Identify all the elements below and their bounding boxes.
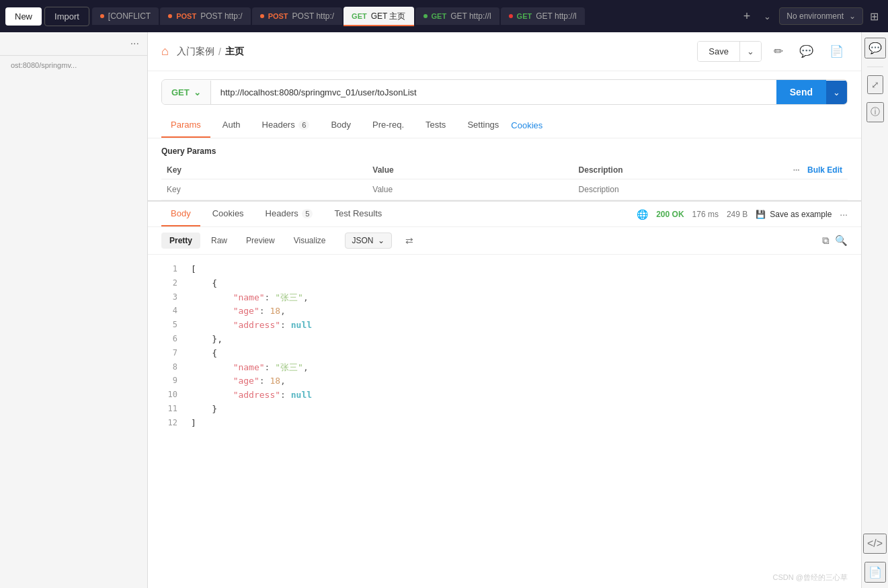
line-content-12: ] [191,417,848,431]
code-line-5: 5 "address": null [161,319,848,333]
code-line-2: 2 { [161,277,848,291]
res-tab-test-results[interactable]: Test Results [325,202,391,226]
main-layout: ··· ost:8080/springmv... ⌂ 入门案例 / 主页 Sav… [0,32,888,588]
breadcrumb-icon: ⌂ [161,44,169,58]
breadcrumb: 入门案例 / 主页 [177,46,244,58]
document-icon[interactable]: 📄 [825,40,848,62]
line-num-11: 11 [161,403,177,417]
tab-headers[interactable]: Headers 6 [253,113,319,138]
comment-icon[interactable]: 💬 [864,38,886,58]
document-icon[interactable]: 📄 [864,562,886,583]
tab-method: POST [268,12,288,20]
breadcrumb-parent: 入门案例 [177,46,214,58]
res-tab-body[interactable]: Body [161,202,200,226]
tab-label: POST http:/ [200,11,242,21]
code-line-6: 6 }, [161,333,848,347]
search-button[interactable]: 🔍 [835,235,848,247]
code-line-10: 10 "address": null [161,388,848,403]
line-num-8: 8 [161,361,177,375]
method-chevron-icon: ⌄ [194,87,201,97]
response-more-button[interactable]: ··· [840,209,848,220]
fmt-tab-raw[interactable]: Raw [203,233,235,249]
param-desc-input[interactable] [579,185,760,194]
response-time: 176 ms [692,210,719,219]
fmt-tab-pretty[interactable]: Pretty [161,233,200,249]
response-meta: 🌐 200 OK 176 ms 249 B 💾 Save as example … [637,209,848,220]
tab-dot [100,14,104,18]
res-tab-headers[interactable]: Headers 5 [256,202,323,226]
tab-method: GET [352,12,367,20]
comment-icon[interactable]: 💬 [795,40,817,62]
json-type-selector[interactable]: JSON ⌄ [345,233,392,249]
param-row-empty [161,179,848,200]
format-bar: Pretty Raw Preview Visualize JSON ⌄ ⇄ ⧉ … [148,227,861,255]
col-bulk-actions: ··· Bulk Edit [765,161,848,179]
save-dropdown-button[interactable]: ⌄ [739,42,761,61]
tab-tests[interactable]: Tests [416,113,455,138]
code-line-12: 12 ] [161,417,848,431]
line-content-1: [ [191,263,848,277]
send-dropdown-button[interactable]: ⌄ [826,81,847,104]
wrap-toggle-button[interactable]: ⇄ [400,233,419,249]
response-tabs-row: Body Cookies Headers 5 Test Results 🌐 20… [148,202,861,227]
line-content-3: "name": "张三", [191,291,848,305]
fmt-tab-visualize[interactable]: Visualize [286,233,334,249]
tab-body[interactable]: Body [321,113,360,138]
cookies-link[interactable]: Cookies [511,120,848,130]
line-num-5: 5 [161,319,177,333]
tab-post1[interactable]: POSTPOST http:/ [160,7,250,25]
res-tab-cookies[interactable]: Cookies [203,202,253,226]
save-button[interactable]: Save [698,42,739,61]
environment-selector[interactable]: No environment ⌄ [779,7,863,25]
tab-get-l2[interactable]: GETGET http://l [501,7,585,25]
param-key-input[interactable] [167,185,362,194]
tab-conflict[interactable]: [CONFLICT [92,7,159,25]
tab-settings[interactable]: Settings [458,113,508,138]
method-selector[interactable]: GET ⌄ [162,81,211,104]
bulk-edit-button[interactable]: Bulk Edit [807,165,842,175]
tab-get-l1[interactable]: GETGET http://l [415,7,499,25]
env-chevron-icon: ⌄ [849,11,856,21]
request-tabs-row: Params Auth Headers 6 Body Pre-req. Test… [148,113,861,138]
globe-icon: 🌐 [637,209,648,220]
line-num-4: 4 [161,304,177,319]
info-icon[interactable]: ⓘ [866,102,884,122]
tab-params[interactable]: Params [161,113,210,138]
import-button[interactable]: Import [44,7,89,26]
fmt-tab-preview[interactable]: Preview [238,233,283,249]
grid-icon[interactable]: ⊞ [866,6,883,27]
breadcrumb-separator: / [218,46,221,57]
param-value-input[interactable] [372,185,567,194]
sidebar-more-button[interactable]: ··· [0,32,147,55]
url-input[interactable] [211,81,776,104]
tab-label: GET http://l [450,11,491,21]
status-badge: 200 OK [656,210,684,219]
tab-method: POST [176,12,196,20]
tab-post2[interactable]: POSTPOST http:/ [252,7,342,25]
content-area: ⌂ 入门案例 / 主页 Save ⌄ ✏ 💬 📄 GET ⌄ Send [148,32,861,588]
json-chevron-icon: ⌄ [378,236,385,245]
resize-icon[interactable]: ⤢ [867,75,883,94]
tab-dot [509,14,513,18]
tab-overflow-button[interactable]: ⌄ [758,9,776,24]
new-button[interactable]: New [5,7,42,26]
col-description: Description [573,161,766,179]
send-button[interactable]: Send [776,80,826,104]
edit-icon[interactable]: ✏ [770,40,787,62]
code-line-1: 1 [ [161,263,848,277]
save-example-button[interactable]: 💾 Save as example [756,210,832,219]
add-tab-button[interactable]: + [738,9,756,24]
line-num-2: 2 [161,277,177,291]
tab-auth[interactable]: Auth [213,113,250,138]
code-line-7: 7 { [161,347,848,361]
copy-button[interactable]: ⧉ [822,235,830,247]
tab-label: [CONFLICT [108,11,151,21]
url-bar: GET ⌄ Send ⌄ [161,79,848,105]
code-line-11: 11 } [161,403,848,417]
line-num-1: 1 [161,263,177,277]
line-num-7: 7 [161,347,177,361]
code-icon[interactable]: </> [863,534,887,554]
line-content-5: "address": null [191,319,848,333]
tab-get-main[interactable]: GETGET 主页 [344,7,413,26]
tab-prereq[interactable]: Pre-req. [363,113,413,138]
